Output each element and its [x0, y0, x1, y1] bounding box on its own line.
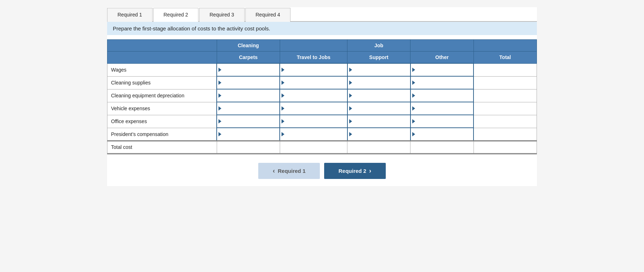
header2-travel: Travel to Jobs [280, 52, 347, 64]
table-row: Wages [107, 63, 537, 76]
arrow-icon [218, 106, 221, 111]
vehicle-carpets-cell[interactable] [217, 102, 280, 115]
supplies-other-input[interactable] [411, 77, 473, 89]
wages-carpets-cell[interactable] [217, 63, 280, 76]
prev-button[interactable]: Required 1 [258, 163, 320, 179]
next-button[interactable]: Required 2 [324, 163, 386, 179]
wages-support-input[interactable] [348, 64, 410, 76]
bottom-navigation: Required 1 Required 2 [107, 154, 537, 186]
wages-support-cell[interactable] [347, 63, 410, 76]
arrow-icon [218, 81, 221, 85]
vehicle-other-input[interactable] [411, 102, 473, 115]
arrow-icon [349, 81, 352, 85]
header2-support: Support [347, 52, 410, 64]
tab-required-1[interactable]: Required 1 [107, 8, 153, 22]
header2-total: Total [474, 52, 537, 64]
tab-required-4[interactable]: Required 4 [245, 8, 291, 22]
arrow-icon [349, 132, 352, 136]
equip-travel-input[interactable] [280, 89, 347, 102]
equip-total-cell [474, 89, 537, 102]
table-row: President’s compensation [107, 128, 537, 141]
table-row: Cleaning equipment depreciation [107, 89, 537, 102]
vehicle-other-cell[interactable] [410, 102, 474, 115]
office-support-cell[interactable] [347, 115, 410, 128]
arrow-icon [349, 119, 352, 123]
arrow-icon [218, 119, 221, 123]
arrow-icon [218, 68, 221, 72]
equip-other-input[interactable] [411, 89, 473, 102]
wages-travel-cell[interactable] [280, 63, 347, 76]
office-travel-input[interactable] [280, 115, 347, 127]
office-other-input[interactable] [411, 115, 473, 127]
vehicle-travel-cell[interactable] [280, 102, 347, 115]
chevron-left-icon [273, 167, 275, 175]
arrow-icon [218, 132, 221, 136]
equip-travel-cell[interactable] [280, 89, 347, 102]
office-total-cell [474, 115, 537, 128]
office-support-input[interactable] [348, 115, 410, 127]
arrow-icon [218, 93, 221, 98]
arrow-icon [282, 68, 284, 72]
vehicle-support-input[interactable] [348, 102, 410, 115]
arrow-icon [282, 132, 284, 136]
arrow-icon [282, 93, 284, 98]
president-carpets-input[interactable] [217, 128, 279, 140]
header2-carpets: Carpets [217, 52, 280, 64]
header-empty-3 [410, 40, 474, 52]
equip-carpets-cell[interactable] [217, 89, 280, 102]
row-label-total-cost: Total cost [107, 141, 217, 154]
table-row: Vehicle expenses [107, 102, 537, 115]
president-support-input[interactable] [348, 128, 410, 140]
supplies-support-input[interactable] [348, 77, 410, 89]
vehicle-carpets-input[interactable] [217, 102, 279, 115]
office-travel-cell[interactable] [280, 115, 347, 128]
tab-required-2[interactable]: Required 2 [153, 8, 199, 22]
wages-travel-input[interactable] [280, 64, 347, 76]
arrow-icon [412, 119, 415, 123]
office-carpets-input[interactable] [217, 115, 279, 127]
header-empty-4 [474, 40, 537, 52]
office-carpets-cell[interactable] [217, 115, 280, 128]
supplies-carpets-cell[interactable] [217, 76, 280, 89]
equip-other-cell[interactable] [410, 89, 474, 102]
equip-carpets-input[interactable] [217, 89, 279, 102]
supplies-carpets-input[interactable] [217, 77, 279, 89]
instruction-text: Prepare the first-stage allocation of co… [113, 25, 270, 31]
supplies-travel-cell[interactable] [280, 76, 347, 89]
supplies-travel-input[interactable] [280, 77, 347, 89]
office-other-cell[interactable] [410, 115, 474, 128]
arrow-icon [412, 106, 415, 111]
vehicle-travel-input[interactable] [280, 102, 347, 115]
equip-support-input[interactable] [348, 89, 410, 102]
totalcost-total-cell [474, 141, 537, 154]
arrow-icon [282, 81, 284, 85]
prev-button-label: Required 1 [278, 168, 306, 174]
wages-other-cell[interactable] [410, 63, 474, 76]
supplies-other-cell[interactable] [410, 76, 474, 89]
table-row: Office expenses [107, 115, 537, 128]
president-support-cell[interactable] [347, 128, 410, 141]
president-travel-cell[interactable] [280, 128, 347, 141]
president-other-cell[interactable] [410, 128, 474, 141]
tab-required-3[interactable]: Required 3 [199, 8, 245, 22]
table-row-total: Total cost [107, 141, 537, 154]
row-label-wages: Wages [107, 63, 217, 76]
header-job: Job [347, 40, 410, 52]
vehicle-support-cell[interactable] [347, 102, 410, 115]
table-header-row-2: Carpets Travel to Jobs Support Other Tot… [107, 52, 537, 64]
arrow-icon [349, 68, 352, 72]
instruction-bar: Prepare the first-stage allocation of co… [107, 22, 537, 35]
wages-carpets-input[interactable] [217, 64, 279, 76]
table-header-row-1: Cleaning Job [107, 40, 537, 52]
supplies-support-cell[interactable] [347, 76, 410, 89]
wages-other-input[interactable] [411, 64, 473, 76]
equip-support-cell[interactable] [347, 89, 410, 102]
president-other-input[interactable] [411, 128, 473, 140]
row-label-office: Office expenses [107, 115, 217, 128]
arrow-icon [412, 68, 415, 72]
header-empty-2 [280, 40, 347, 52]
totalcost-carpets-cell [217, 141, 280, 154]
president-carpets-cell[interactable] [217, 128, 280, 141]
arrow-icon [349, 106, 352, 111]
president-travel-input[interactable] [280, 128, 347, 140]
